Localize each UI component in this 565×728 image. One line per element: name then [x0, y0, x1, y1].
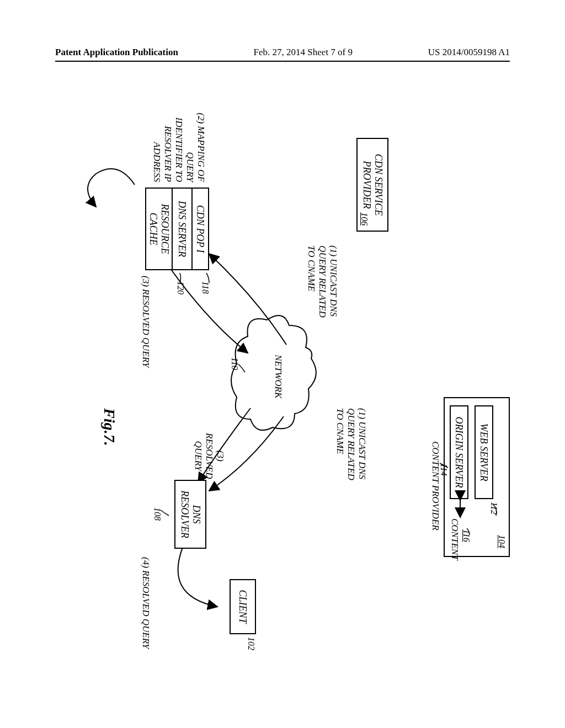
header-date-sheet: Feb. 27, 2014 Sheet 7 of 9	[254, 47, 353, 58]
cdn-pop-cache-box: RESOURCE CACHE	[145, 188, 172, 270]
dns-resolver-ref: 108	[152, 507, 162, 521]
flow-step2: (2) MAPPING OF QUERY IDENTIFIER TO RESOL…	[151, 105, 206, 182]
header-patent-number: US 2014/0059198 A1	[428, 47, 510, 58]
client-box: CLIENT	[230, 579, 256, 634]
cdn-pop-dns-box: DNS SERVER	[172, 188, 193, 270]
cdn-pop-ref: 118	[200, 281, 210, 294]
cdn-pop-label: CDN POP I	[195, 205, 206, 253]
cdn-pop-cache-label2: CACHE	[147, 212, 159, 245]
dns-resolver-label1: DNS	[190, 505, 202, 523]
flow-step4: (4) RESOLVED QUERY	[140, 557, 151, 649]
header-publication: Patent Application Publication	[55, 47, 178, 58]
dns-resolver-label2: RESOLVER	[179, 490, 190, 538]
figure-diagram: 104 CONTENT PROVIDER WEB SERVER 112 ORIG…	[1, 148, 564, 613]
cdn-pop-cache-label1: RESOURCE	[159, 204, 170, 254]
figure-caption: Fig.7.	[100, 408, 118, 446]
cdn-pop-dns-ref: 120	[175, 281, 185, 295]
header-rule	[55, 61, 510, 62]
flow-step3-left: (3) RESOLVED QUERY	[140, 276, 151, 367]
network-label: NETWORK	[273, 355, 284, 398]
flow-step1-left: (1) UNICAST DNS QUERY RELATED TO CNAME	[306, 245, 339, 318]
client-label: CLIENT	[237, 590, 249, 623]
flow-step1-right: (1) UNICAST DNS QUERY RELATED TO CNAME	[334, 408, 367, 480]
cdn-pop-dns-label: DNS SERVER	[177, 201, 188, 257]
network-ref: 110	[230, 357, 239, 370]
client-ref: 102	[246, 637, 256, 650]
dns-resolver-box: DNS RESOLVER	[174, 480, 206, 549]
flow-step3-right: (3) RESOLVED QUERY	[193, 433, 226, 479]
cdn-pop-box: CDN POP I	[193, 188, 209, 270]
